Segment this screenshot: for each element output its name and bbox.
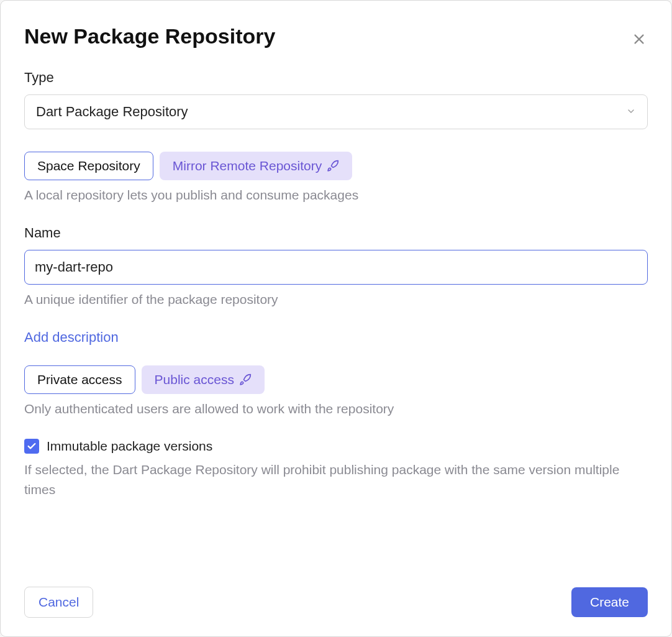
name-helper: A unique identifier of the package repos…: [24, 292, 648, 307]
public-access-tab[interactable]: Public access: [142, 365, 265, 394]
private-access-tab[interactable]: Private access: [24, 365, 135, 394]
close-icon: [632, 32, 646, 46]
private-access-label: Private access: [37, 372, 122, 387]
chevron-down-icon: [626, 104, 636, 120]
name-input[interactable]: [24, 250, 648, 285]
cancel-button[interactable]: Cancel: [24, 587, 93, 618]
immutable-checkbox[interactable]: [24, 439, 39, 454]
immutable-helper: If selected, the Dart Package Repository…: [24, 460, 648, 499]
public-access-label: Public access: [155, 372, 234, 387]
repo-mode-segmented: Space Repository Mirror Remote Repositor…: [24, 152, 648, 180]
check-icon: [27, 441, 37, 451]
mirror-repository-label: Mirror Remote Repository: [173, 158, 322, 173]
rocket-icon: [327, 160, 339, 172]
mirror-repository-tab[interactable]: Mirror Remote Repository: [160, 152, 352, 180]
type-select[interactable]: Dart Package Repository: [24, 94, 648, 129]
type-label: Type: [24, 70, 648, 86]
create-button[interactable]: Create: [571, 587, 648, 617]
repo-mode-helper: A local repository lets you publish and …: [24, 188, 648, 203]
access-helper: Only authenticated users are allowed to …: [24, 401, 648, 416]
add-description-link[interactable]: Add description: [24, 329, 648, 346]
rocket-icon: [239, 373, 252, 386]
new-package-repo-modal: New Package Repository Type Dart Package…: [0, 0, 672, 637]
modal-title: New Package Repository: [24, 24, 648, 48]
space-repository-tab[interactable]: Space Repository: [24, 152, 153, 180]
type-selected-value: Dart Package Repository: [36, 104, 188, 120]
name-label: Name: [24, 225, 648, 241]
access-segmented: Private access Public access: [24, 365, 648, 394]
immutable-label: Immutable package versions: [47, 439, 212, 454]
modal-footer: Cancel Create: [24, 556, 648, 618]
space-repository-label: Space Repository: [37, 158, 140, 173]
close-button[interactable]: [630, 30, 648, 48]
